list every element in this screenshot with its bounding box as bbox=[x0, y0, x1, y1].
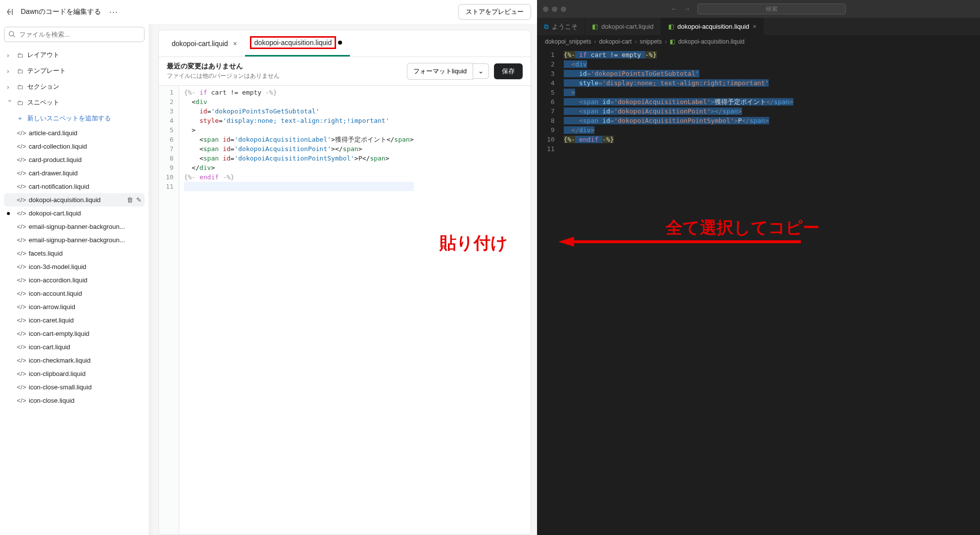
save-button[interactable]: 保存 bbox=[494, 63, 523, 79]
tab-label: dokopoi-cart.liquid bbox=[601, 23, 654, 30]
file-item[interactable]: </>email-signup-banner-backgroun... bbox=[4, 233, 145, 247]
breadcrumb-item[interactable]: dokopoi-acquisition.liquid bbox=[678, 38, 744, 45]
code-editor[interactable]: 1234567891011 {%- if cart != empty -%} <… bbox=[159, 86, 531, 535]
tab-cart[interactable]: ◧dokopoi-cart.liquid bbox=[585, 18, 661, 35]
nav-back-icon[interactable]: ← bbox=[672, 5, 678, 12]
file-item[interactable]: </>email-signup-banner-backgroun... bbox=[4, 220, 145, 233]
file-item[interactable]: </>icon-arrow.liquid bbox=[4, 300, 145, 314]
sidebar-scrollbar[interactable] bbox=[148, 24, 152, 535]
preview-store-button[interactable]: ストアをプレビュー bbox=[458, 4, 531, 20]
file-item[interactable]: </>icon-cart.liquid bbox=[4, 340, 145, 354]
close-icon[interactable]: × bbox=[233, 40, 237, 48]
tab-label: dokopoi-acquisition.liquid bbox=[678, 23, 749, 30]
chevron-right-icon: › bbox=[7, 67, 13, 75]
file-item[interactable]: </>icon-cart-empty.liquid bbox=[4, 327, 145, 340]
folder-label: レイアウト bbox=[27, 51, 59, 59]
breadcrumb-item[interactable]: dokopoi_snippets bbox=[545, 38, 591, 45]
vscode-editor[interactable]: 1234567891011 {%- if cart != empty -%} <… bbox=[537, 48, 980, 535]
code-file-icon: </> bbox=[17, 196, 25, 204]
breadcrumb[interactable]: dokopoi_snippets› dokopoi-cart› snippets… bbox=[537, 35, 980, 48]
file-item[interactable]: </>icon-account.liquid bbox=[4, 287, 145, 300]
file-label: icon-close-small.liquid bbox=[29, 383, 92, 391]
delete-icon[interactable]: 🗑 bbox=[127, 196, 133, 204]
code-file-icon: </> bbox=[17, 357, 25, 364]
code-file-icon: </> bbox=[17, 290, 25, 297]
folder-templates[interactable]: ›🗀テンプレート bbox=[4, 63, 145, 79]
chevron-down-icon: ⌄ bbox=[478, 67, 484, 75]
vscode-icon: ⧉ bbox=[544, 23, 548, 31]
editor-subheader: 最近の変更はありません ファイルには他のバージョンはありません フォーマットli… bbox=[159, 57, 531, 86]
dirty-indicator-icon bbox=[338, 41, 342, 45]
modified-dot-icon bbox=[7, 212, 10, 215]
file-label: icon-cart.liquid bbox=[29, 343, 70, 351]
file-item[interactable]: </>article-card.liquid bbox=[4, 126, 145, 140]
file-label: icon-clipboard.liquid bbox=[29, 370, 86, 377]
code-lines: {%- if cart != empty -%} <div id='dokopo… bbox=[564, 48, 793, 535]
file-item[interactable]: </>facets.liquid bbox=[4, 247, 145, 260]
file-item[interactable]: </>icon-checkmark.liquid bbox=[4, 354, 145, 367]
code-file-icon: </> bbox=[17, 397, 25, 404]
liquid-file-icon: ◧ bbox=[670, 38, 675, 45]
format-liquid-button[interactable]: フォーマットliquid bbox=[407, 63, 473, 80]
svg-line-1 bbox=[13, 36, 15, 38]
file-label: email-signup-banner-backgroun... bbox=[29, 236, 125, 244]
search-icon bbox=[8, 31, 15, 39]
back-icon[interactable] bbox=[6, 7, 15, 16]
file-item[interactable]: </>dokopoi-cart.liquid bbox=[4, 207, 145, 220]
code-file-icon: </> bbox=[17, 143, 25, 150]
file-item[interactable]: </>icon-caret.liquid bbox=[4, 314, 145, 327]
code-file-icon: </> bbox=[17, 183, 25, 190]
command-center-input[interactable] bbox=[697, 3, 846, 14]
file-label: cart-notification.liquid bbox=[29, 183, 89, 190]
file-item[interactable]: </>cart-drawer.liquid bbox=[4, 166, 145, 180]
tab-dokopoi-cart[interactable]: dokopoi-cart.liquid × bbox=[164, 30, 245, 56]
file-label: icon-close.liquid bbox=[29, 397, 75, 404]
file-item[interactable]: </>icon-close.liquid bbox=[4, 394, 145, 407]
chevron-right-icon: › bbox=[7, 52, 13, 59]
code-file-icon: </> bbox=[17, 236, 25, 244]
plus-icon: ＋ bbox=[17, 114, 23, 123]
add-snippet-label: 新しいスニペットを追加する bbox=[27, 114, 111, 123]
file-item[interactable]: </>cart-notification.liquid bbox=[4, 180, 145, 193]
add-snippet-button[interactable]: ＋新しいスニペットを追加する bbox=[4, 110, 145, 126]
code-file-icon: </> bbox=[17, 263, 25, 270]
left-header: Dawnのコードを編集する ⋯ ストアをプレビュー bbox=[0, 0, 537, 24]
tab-welcome[interactable]: ⧉ようこそ bbox=[537, 18, 585, 35]
line-gutter: 1234567891011 bbox=[537, 48, 564, 535]
liquid-file-icon: ◧ bbox=[668, 23, 674, 30]
close-icon[interactable]: × bbox=[753, 23, 757, 30]
folder-sections[interactable]: ›🗀セクション bbox=[4, 79, 145, 95]
vscode-tabs: ⧉ようこそ ◧dokopoi-cart.liquid ◧dokopoi-acqu… bbox=[537, 18, 980, 35]
chevron-down-icon: › bbox=[6, 100, 14, 106]
edit-icon[interactable]: ✎ bbox=[136, 196, 142, 204]
tab-acquisition[interactable]: ◧dokopoi-acquisition.liquid× bbox=[661, 18, 764, 35]
code-lines: {%- if cart != empty -%} <div id='dokopo… bbox=[179, 86, 414, 535]
file-item[interactable]: </>icon-accordion.liquid bbox=[4, 273, 145, 287]
file-item[interactable]: </>icon-3d-model.liquid bbox=[4, 260, 145, 273]
tab-label: dokopoi-acquisition.liquid bbox=[250, 36, 336, 49]
shopify-editor-pane: Dawnのコードを編集する ⋯ ストアをプレビュー ›🗀レイアウト ›🗀テンプレ… bbox=[0, 0, 537, 535]
tab-dokopoi-acquisition[interactable]: dokopoi-acquisition.liquid bbox=[245, 30, 350, 56]
file-label: article-card.liquid bbox=[29, 129, 77, 137]
file-item[interactable]: </>dokopoi-acquisition.liquid🗑✎ bbox=[4, 193, 145, 207]
breadcrumb-item[interactable]: snippets bbox=[639, 38, 662, 45]
file-label: icon-account.liquid bbox=[29, 290, 82, 297]
format-dropdown-button[interactable]: ⌄ bbox=[473, 63, 489, 79]
window-controls[interactable] bbox=[537, 6, 572, 12]
file-label: icon-checkmark.liquid bbox=[29, 357, 91, 364]
file-label: card-collection.liquid bbox=[29, 143, 87, 150]
more-icon[interactable]: ⋯ bbox=[107, 6, 120, 17]
breadcrumb-item[interactable]: dokopoi-cart bbox=[599, 38, 632, 45]
search-input[interactable] bbox=[4, 27, 145, 42]
file-item[interactable]: </>icon-close-small.liquid bbox=[4, 380, 145, 394]
folder-snippets[interactable]: ›🗀スニペット bbox=[4, 95, 145, 110]
subhead-subtitle: ファイルには他のバージョンはありません bbox=[167, 72, 280, 80]
folder-layout[interactable]: ›🗀レイアウト bbox=[4, 47, 145, 63]
code-file-icon: </> bbox=[17, 156, 25, 163]
code-file-icon: </> bbox=[17, 303, 25, 311]
file-item[interactable]: </>card-product.liquid bbox=[4, 153, 145, 166]
nav-forward-icon[interactable]: → bbox=[685, 5, 690, 12]
file-item[interactable]: </>icon-clipboard.liquid bbox=[4, 367, 145, 380]
code-file-icon: </> bbox=[17, 370, 25, 377]
file-item[interactable]: </>card-collection.liquid bbox=[4, 140, 145, 153]
